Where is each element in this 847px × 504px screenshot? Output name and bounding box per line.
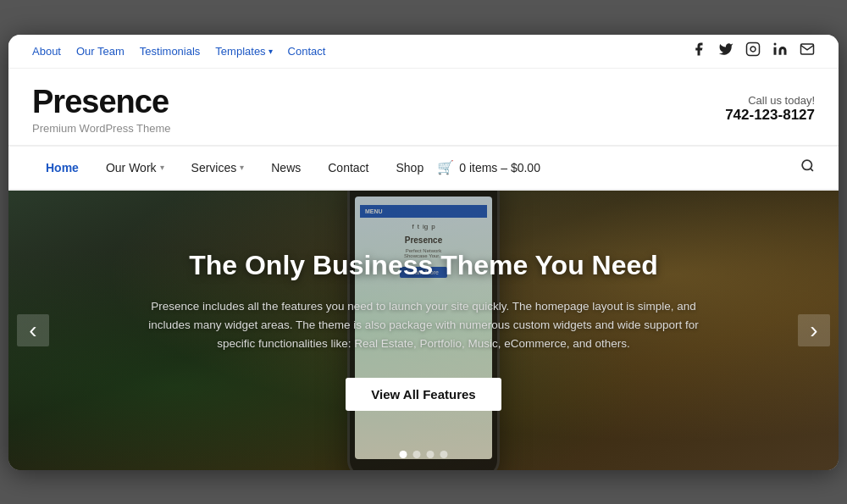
brand-left: Presence Premium WordPress Theme <box>32 84 171 135</box>
carousel-dot-1[interactable] <box>400 451 407 458</box>
view-all-features-button[interactable]: View All Features <box>346 378 501 411</box>
cart-icon: 🛒 <box>437 159 454 175</box>
call-number: 742-123-8127 <box>725 107 815 124</box>
nav-home[interactable]: Home <box>32 149 92 186</box>
social-icons-group <box>691 42 815 61</box>
browser-frame: About Our Team Testimonials Templates ▾ … <box>8 35 839 470</box>
cart-area[interactable]: 🛒 0 items – $0.00 <box>437 159 540 175</box>
top-nav-contact[interactable]: Contact <box>288 45 326 58</box>
brand-name: Presence <box>32 84 171 120</box>
nav-news[interactable]: News <box>257 149 314 186</box>
top-nav-ourteam[interactable]: Our Team <box>76 45 125 58</box>
carousel-next-button[interactable]: › <box>798 314 830 346</box>
twitter-icon[interactable] <box>718 42 734 61</box>
top-nav-templates[interactable]: Templates ▾ <box>215 45 272 58</box>
carousel-dot-3[interactable] <box>427 451 435 458</box>
carousel-prev-button[interactable]: ‹ <box>17 314 49 346</box>
services-chevron-icon: ▾ <box>240 163 244 172</box>
brand-tagline: Premium WordPress Theme <box>32 122 171 135</box>
hero-overlay: The Only Business Theme You Need Presenc… <box>85 249 762 410</box>
svg-point-3 <box>802 160 811 169</box>
carousel-dot-4[interactable] <box>440 451 448 458</box>
main-nav-links: Home Our Work ▾ Services ▾ News Contact … <box>32 149 540 186</box>
top-nav: About Our Team Testimonials Templates ▾ … <box>32 45 325 58</box>
call-label: Call us today! <box>725 94 815 107</box>
instagram-icon[interactable] <box>745 42 761 61</box>
carousel-dots <box>400 451 448 458</box>
nav-shop[interactable]: Shop <box>383 149 438 186</box>
facebook-icon[interactable] <box>691 42 706 61</box>
ourwork-chevron-icon: ▾ <box>160 163 164 172</box>
brand-header: Presence Premium WordPress Theme Call us… <box>8 69 839 145</box>
search-icon[interactable] <box>792 147 815 189</box>
svg-rect-0 <box>747 42 760 55</box>
hero-description: Presence includes all the features you n… <box>136 297 711 354</box>
linkedin-icon[interactable] <box>772 42 788 61</box>
templates-chevron-icon: ▾ <box>268 47 273 56</box>
nav-services[interactable]: Services ▾ <box>178 149 258 186</box>
svg-point-2 <box>774 42 777 45</box>
phone-menu-bar: MENU <box>360 205 487 218</box>
nav-contact[interactable]: Contact <box>314 149 382 186</box>
hero-title: The Only Business Theme You Need <box>136 249 711 281</box>
cart-text: 0 items – $0.00 <box>459 161 540 174</box>
hero-section: MENU f t ig p Presence Perfect NetworkSh… <box>8 191 839 470</box>
email-icon[interactable] <box>800 42 815 61</box>
top-nav-testimonials[interactable]: Testimonials <box>140 45 201 58</box>
main-nav: Home Our Work ▾ Services ▾ News Contact … <box>8 145 839 191</box>
nav-ourwork[interactable]: Our Work ▾ <box>92 149 178 186</box>
svg-line-4 <box>811 168 813 170</box>
top-bar: About Our Team Testimonials Templates ▾ … <box>8 35 839 69</box>
top-nav-about[interactable]: About <box>32 45 61 58</box>
brand-right: Call us today! 742-123-8127 <box>725 94 815 124</box>
carousel-dot-2[interactable] <box>413 451 421 458</box>
phone-logo: Presence <box>405 235 442 245</box>
phone-social-row: f t ig p <box>412 223 435 230</box>
